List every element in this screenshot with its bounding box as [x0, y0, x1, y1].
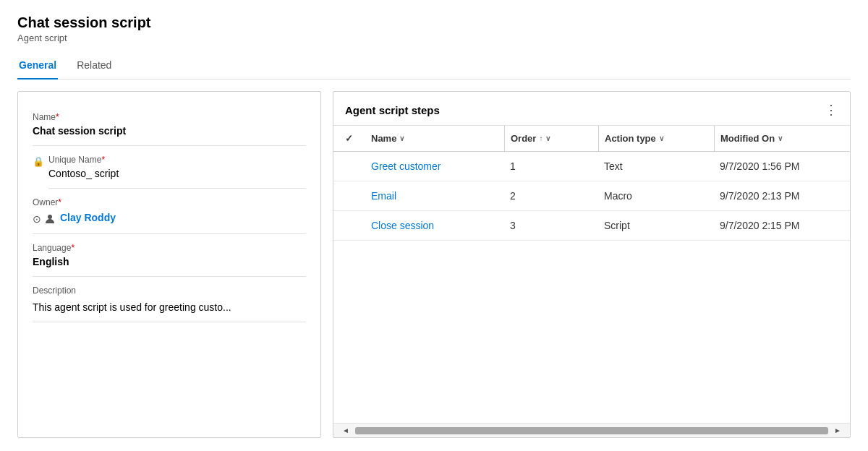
modified-on-sort-icon: ∨: [778, 134, 783, 142]
table-container: ✓ Name ∨ Order ↑ ∨ Action type ∨: [333, 126, 850, 437]
lock-icon: 🔒: [33, 156, 44, 167]
row2-checkbox[interactable]: [339, 187, 365, 205]
name-label: Name*: [33, 103, 306, 122]
tabs-row: General Related: [17, 53, 851, 80]
page-header: Chat session script Agent script: [17, 13, 851, 43]
circle-icon: ⊙: [33, 213, 41, 225]
row3-action-type: Script: [598, 211, 714, 240]
language-label: Language*: [33, 234, 306, 253]
name-value: Chat session script: [33, 125, 306, 146]
row3-checkbox[interactable]: [339, 217, 365, 234]
table-body: Greet customer 1 Text 9/7/2020 1:56 PM E…: [333, 152, 850, 423]
order-sort-icon-asc: ↑: [539, 134, 542, 142]
row3-name[interactable]: Close session: [365, 211, 504, 240]
page-title: Chat session script: [17, 13, 851, 32]
table-row: Email 2 Macro 9/7/2020 2:13 PM: [333, 181, 850, 211]
person-icon: [44, 213, 56, 225]
name-field-group: Name* Chat session script: [33, 103, 306, 146]
page-container: Chat session script Agent script General…: [0, 0, 868, 451]
table-row: Close session 3 Script 9/7/2020 2:15 PM: [333, 211, 850, 241]
row2-name[interactable]: Email: [365, 181, 504, 210]
owner-field-group: Owner* ⊙ Clay Roddy: [33, 189, 306, 234]
svg-point-0: [48, 215, 52, 219]
th-action-type[interactable]: Action type ∨: [598, 126, 714, 151]
row1-checkbox[interactable]: [339, 158, 365, 175]
left-panel: Name* Chat session script 🔒 Unique Name*…: [17, 91, 321, 438]
panel-header: Agent script steps ⋮: [333, 92, 850, 126]
row3-modified-on: 9/7/2020 2:15 PM: [714, 211, 844, 240]
scroll-left-arrow[interactable]: ◄: [339, 426, 352, 434]
language-value: English: [33, 256, 306, 277]
unique-name-value: Contoso_ script: [48, 168, 306, 189]
th-modified-on[interactable]: Modified On ∨: [714, 126, 844, 151]
row1-modified-on: 9/7/2020 1:56 PM: [714, 152, 844, 181]
language-field-group: Language* English: [33, 234, 306, 277]
unique-name-label: Unique Name*: [48, 146, 306, 165]
content-area: Name* Chat session script 🔒 Unique Name*…: [17, 91, 851, 438]
row1-action-type: Text: [598, 152, 714, 181]
action-type-sort-icon: ∨: [659, 134, 664, 142]
panel-header-title: Agent script steps: [345, 104, 440, 116]
tab-general[interactable]: General: [17, 53, 58, 80]
owner-icons: ⊙: [33, 210, 56, 225]
row2-modified-on: 9/7/2020 2:13 PM: [714, 181, 844, 210]
row1-name[interactable]: Greet customer: [365, 152, 504, 181]
table-header: ✓ Name ∨ Order ↑ ∨ Action type ∨: [333, 126, 850, 152]
horizontal-scrollbar[interactable]: ◄ ►: [333, 423, 850, 437]
scroll-track[interactable]: [355, 427, 828, 434]
description-label: Description: [33, 277, 306, 296]
tab-related[interactable]: Related: [75, 53, 113, 80]
th-order[interactable]: Order ↑ ∨: [504, 126, 598, 151]
unique-name-field-group: 🔒 Unique Name* Contoso_ script: [33, 146, 306, 189]
checkmark-icon: ✓: [345, 133, 353, 144]
scroll-right-arrow[interactable]: ►: [831, 426, 844, 434]
more-options-icon[interactable]: ⋮: [825, 102, 838, 118]
owner-value[interactable]: Clay Roddy: [60, 212, 116, 223]
order-sort-icon-desc: ∨: [545, 134, 550, 142]
owner-row: ⊙ Clay Roddy: [33, 210, 306, 234]
th-name[interactable]: Name ∨: [365, 126, 504, 151]
description-field-group: Description This agent script is used fo…: [33, 277, 306, 322]
table-row: Greet customer 1 Text 9/7/2020 1:56 PM: [333, 152, 850, 181]
scroll-thumb: [355, 427, 828, 434]
page-subtitle: Agent script: [17, 33, 851, 43]
row1-order: 1: [504, 152, 598, 181]
row2-action-type: Macro: [598, 181, 714, 210]
row2-order: 2: [504, 181, 598, 210]
row3-order: 3: [504, 211, 598, 240]
owner-label: Owner*: [33, 189, 306, 207]
right-panel: Agent script steps ⋮ ✓ Name ∨ Order ↑ ∨: [333, 91, 851, 438]
description-value: This agent script is used for greeting c…: [33, 298, 306, 322]
name-sort-icon: ∨: [399, 134, 404, 142]
th-checkbox: ✓: [339, 126, 365, 151]
